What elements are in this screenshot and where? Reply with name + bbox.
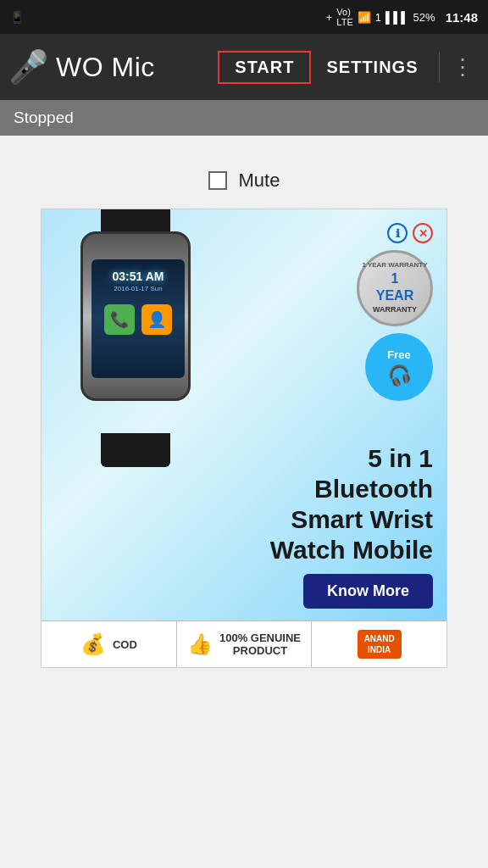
watch-strap-top (101, 209, 170, 233)
watch-illustration: 03:51 AM 2016-01-17 Sun 📞 👤 (55, 223, 233, 443)
toolbar-actions: START SETTINGS ⋮ (218, 49, 480, 86)
start-button[interactable]: START (218, 51, 311, 84)
ad-top: 03:51 AM 2016-01-17 Sun 📞 👤 ℹ ✕ (42, 209, 446, 443)
main-content: Mute 03:51 AM 2016-01-17 Sun 📞 👤 (0, 136, 488, 685)
watch-phone-icon: 📞 (104, 304, 135, 335)
headline-line3: Smart Wrist (55, 504, 433, 535)
genuine-icon: 👍 (187, 632, 213, 656)
ad-free-text: Free (387, 348, 410, 361)
watch-screen: 03:51 AM 2016-01-17 Sun 📞 👤 (92, 259, 185, 378)
wifi-icon: 📶 (358, 11, 371, 24)
toolbar-divider (439, 52, 441, 82)
status-text: Stopped (14, 108, 74, 126)
ad-close-button[interactable]: ✕ (413, 223, 433, 243)
ad-know-more: Know More (42, 574, 446, 620)
mute-checkbox[interactable] (208, 171, 227, 190)
status-bar-left: 📱 (10, 11, 321, 24)
ad-footer-anand: ANANDINDIA (312, 621, 446, 667)
genuine-label: 100% GENUINEPRODUCT (219, 632, 301, 657)
watch-icons-row: 📞 👤 (104, 304, 172, 335)
settings-button[interactable]: SETTINGS (311, 53, 433, 82)
headline-line2: Bluetooth (55, 474, 433, 504)
microphone-icon: 🎤 (8, 51, 48, 83)
warranty-year: 1YEAR (376, 270, 413, 306)
status-time: 11:48 (446, 10, 478, 25)
watch-contact-icon: 👤 (141, 304, 172, 335)
ad-inner: 03:51 AM 2016-01-17 Sun 📞 👤 ℹ ✕ (42, 209, 446, 620)
earphone-icon: 🎧 (385, 361, 413, 390)
watch-time: 03:51 AM (113, 270, 164, 283)
cod-label: COD (113, 638, 137, 651)
cod-icon: 💰 (80, 632, 106, 656)
screen-icon: 📱 (10, 11, 24, 24)
ad-banner[interactable]: 03:51 AM 2016-01-17 Sun 📞 👤 ℹ ✕ (41, 209, 447, 668)
ad-footer-genuine: 👍 100% GENUINEPRODUCT (177, 621, 313, 667)
ad-warranty-badge: 1 YEAR WARRANTY 1YEAR WARRANTY (357, 250, 433, 326)
watch-body: 03:51 AM 2016-01-17 Sun 📞 👤 (80, 231, 191, 401)
ad-info-close: ℹ ✕ (387, 223, 433, 243)
ad-footer: 💰 COD 👍 100% GENUINEPRODUCT ANANDINDIA (42, 620, 446, 667)
bluetooth-icon: +︎ (326, 11, 333, 24)
status-bar: 📱 +︎ Vo)LTE 📶 1 ▌▌▌ 52% 11:48 (0, 0, 488, 34)
anand-label: ANANDINDIA (358, 630, 402, 659)
headline-line4: Watch Mobile (55, 535, 433, 565)
toolbar-logo: 🎤 WO Mic (8, 47, 218, 86)
status-strip: Stopped (0, 100, 488, 136)
ad-right: ℹ ✕ 1 YEAR WARRANTY 1YEAR WARRANTY Free … (233, 223, 433, 401)
toolbar: 🎤 WO Mic START SETTINGS ⋮ (0, 34, 488, 100)
sim-icon: 1 (375, 11, 381, 24)
watch-date: 2016-01-17 Sun (114, 285, 162, 292)
more-options-button[interactable]: ⋮ (445, 49, 480, 86)
status-icons: +︎ Vo)LTE 📶 1 ▌▌▌ 52% (326, 7, 435, 27)
app-title: WO Mic (56, 52, 155, 83)
mute-label: Mute (239, 170, 280, 192)
ad-earphone-badge: Free 🎧 (365, 333, 433, 401)
watch-strap-bottom (101, 433, 170, 467)
ad-info-button[interactable]: ℹ (387, 223, 408, 243)
signal-icon: Vo)LTE (336, 7, 352, 27)
battery-icon: 52% (413, 11, 435, 24)
ad-footer-cod: 💰 COD (42, 621, 177, 667)
bars-icon: ▌▌▌ (385, 11, 409, 24)
know-more-button[interactable]: Know More (303, 574, 433, 609)
mute-row: Mute (208, 170, 280, 192)
mic-icon-wrap: 🎤 (8, 47, 47, 86)
